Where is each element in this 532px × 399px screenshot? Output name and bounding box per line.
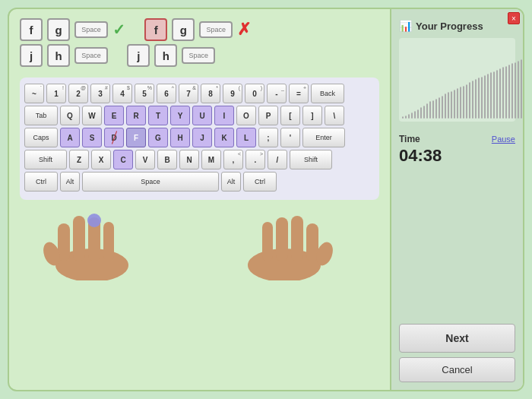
left-hand xyxy=(43,208,141,280)
kb-a[interactable]: A xyxy=(60,128,80,147)
kb-ctrl-right[interactable]: Ctrl xyxy=(243,172,277,192)
kb-b[interactable]: B xyxy=(157,150,177,169)
key-h-left: h xyxy=(47,44,70,67)
kb-tab[interactable]: Tab xyxy=(24,106,58,125)
sequence-row-2: j h Space j h Space xyxy=(20,44,379,67)
key-space-right: Space xyxy=(199,21,233,38)
svg-rect-4 xyxy=(103,222,114,261)
right-hand xyxy=(235,208,334,280)
kb-i[interactable]: I xyxy=(214,106,234,125)
next-button[interactable]: Next xyxy=(399,324,515,353)
kb-4[interactable]: $4 xyxy=(112,84,132,103)
kb-row-4: Shift Z X C V B N M <, >. / Shift xyxy=(24,150,375,169)
cancel-button[interactable]: Cancel xyxy=(399,357,515,382)
kb-e[interactable]: E xyxy=(104,106,124,125)
kb-0[interactable]: )0 xyxy=(245,84,264,103)
kb-slash[interactable]: / xyxy=(268,150,287,169)
kb-backtick[interactable]: ~` xyxy=(24,84,44,103)
key-g-right: g xyxy=(172,18,195,41)
kb-minus[interactable]: _- xyxy=(267,84,287,103)
svg-rect-2 xyxy=(73,216,85,261)
sequence-row-1: f g Space ✓ f g Space ✗ xyxy=(20,18,379,41)
timer-header: Time Pause xyxy=(399,134,515,144)
timer-value: 04:38 xyxy=(399,146,515,166)
kb-2[interactable]: @2 xyxy=(68,84,88,103)
kb-o[interactable]: O xyxy=(236,106,256,125)
kb-m[interactable]: M xyxy=(201,150,221,169)
kb-h[interactable]: H xyxy=(170,128,190,147)
progress-chart xyxy=(399,38,515,122)
pause-button[interactable]: Pause xyxy=(492,135,515,144)
kb-d[interactable]: D xyxy=(104,128,124,147)
kb-rbracket[interactable]: ] xyxy=(302,106,322,125)
svg-rect-10 xyxy=(276,217,288,261)
kb-x[interactable]: X xyxy=(91,150,111,169)
app-window: f g Space ✓ f g Space ✗ j h Space j xyxy=(8,8,524,391)
kb-shift-left[interactable]: Shift xyxy=(24,150,67,169)
kb-t[interactable]: T xyxy=(148,106,168,125)
kb-p[interactable]: P xyxy=(258,106,278,125)
kb-enter[interactable]: Enter xyxy=(302,128,345,147)
kb-k[interactable]: K xyxy=(214,128,234,147)
kb-row-3: Caps A S D F G H J K L ; ' Enter xyxy=(24,128,375,147)
kb-g[interactable]: G xyxy=(148,128,168,147)
kb-q[interactable]: Q xyxy=(60,106,80,125)
kb-alt-right[interactable]: Alt xyxy=(221,172,241,192)
kb-row-1: ~` !1 @2 #3 $4 %5 ^6 &7 *8 (9 )0 _- += B… xyxy=(24,84,375,103)
kb-9[interactable]: (9 xyxy=(223,84,242,103)
kb-s[interactable]: S xyxy=(82,128,102,147)
svg-rect-11 xyxy=(262,222,273,261)
kb-j[interactable]: J xyxy=(192,128,212,147)
kb-period[interactable]: >. xyxy=(245,150,265,169)
timer-section: Time Pause 04:38 xyxy=(399,134,515,166)
kb-alt-left[interactable]: Alt xyxy=(60,172,80,192)
kb-quote[interactable]: ' xyxy=(280,128,300,147)
kb-5[interactable]: %5 xyxy=(135,84,154,103)
kb-space[interactable]: Space xyxy=(82,172,219,192)
kb-8[interactable]: *8 xyxy=(201,84,220,103)
kb-row-5: Ctrl Alt Space Alt Ctrl xyxy=(24,172,375,192)
progress-chart-icon: 📊 xyxy=(399,20,412,32)
kb-semicolon[interactable]: ; xyxy=(258,128,278,147)
kb-y[interactable]: Y xyxy=(170,106,190,125)
kb-row-2: Tab Q W E R T Y U I O P [ ] \ xyxy=(24,106,375,125)
key-f-left: f xyxy=(20,18,43,41)
key-h-right: h xyxy=(154,44,177,67)
svg-point-6 xyxy=(87,214,101,227)
kb-z[interactable]: Z xyxy=(69,150,89,169)
timer-label: Time xyxy=(399,134,420,144)
kb-ctrl-left[interactable]: Ctrl xyxy=(24,172,58,192)
kb-equal[interactable]: += xyxy=(289,84,309,103)
kb-3[interactable]: #3 xyxy=(90,84,110,103)
kb-u[interactable]: U xyxy=(192,106,212,125)
cross-icon: ✗ xyxy=(237,20,251,40)
kb-c[interactable]: C xyxy=(113,150,133,169)
progress-title: 📊 Your Progress xyxy=(399,20,515,32)
right-panel: × 📊 Your Progress Time Pause 04:38 Next … xyxy=(390,9,523,390)
key-j-left: j xyxy=(20,44,43,67)
kb-w[interactable]: W xyxy=(82,106,102,125)
hands-area xyxy=(20,204,379,280)
kb-f[interactable]: F xyxy=(126,128,146,147)
kb-lbracket[interactable]: [ xyxy=(280,106,300,125)
kb-backspace[interactable]: Back xyxy=(311,84,344,103)
main-area: f g Space ✓ f g Space ✗ j h Space j xyxy=(9,9,390,390)
kb-v[interactable]: V xyxy=(135,150,155,169)
svg-rect-9 xyxy=(291,216,303,261)
kb-n[interactable]: N xyxy=(179,150,199,169)
kb-7[interactable]: &7 xyxy=(179,84,198,103)
kb-l[interactable]: L xyxy=(236,128,256,147)
kb-1[interactable]: !1 xyxy=(46,84,66,103)
key-j-right: j xyxy=(127,44,150,67)
kb-shift-right[interactable]: Shift xyxy=(290,150,332,169)
kb-comma[interactable]: <, xyxy=(223,150,243,169)
keyboard: ~` !1 @2 #3 $4 %5 ^6 &7 *8 (9 )0 _- += B… xyxy=(20,78,379,200)
kb-r[interactable]: R xyxy=(126,106,146,125)
kb-6[interactable]: ^6 xyxy=(157,84,176,103)
key-f-right: f xyxy=(144,18,167,41)
key-space2-right: Space xyxy=(182,47,215,64)
kb-caps[interactable]: Caps xyxy=(24,128,58,147)
kb-backslash[interactable]: \ xyxy=(325,106,344,125)
close-button[interactable]: × xyxy=(508,12,520,24)
key-space2-left: Space xyxy=(74,47,108,64)
